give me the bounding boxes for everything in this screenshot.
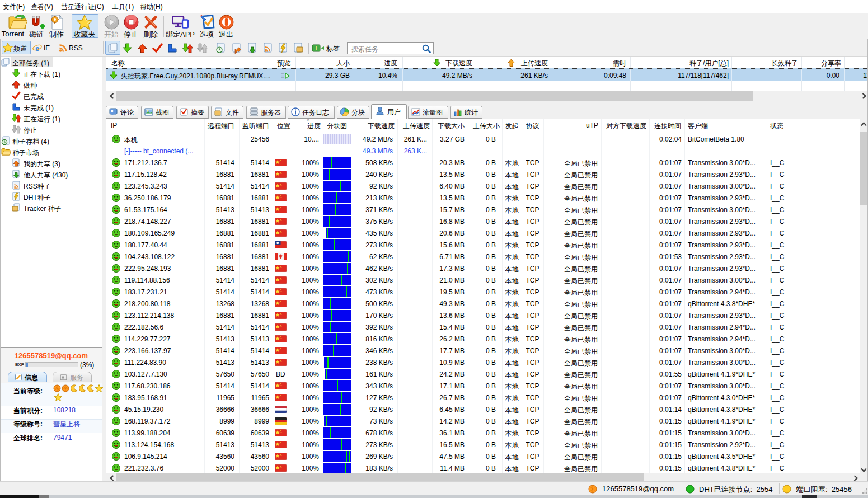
- svg-text:T: T: [315, 45, 318, 51]
